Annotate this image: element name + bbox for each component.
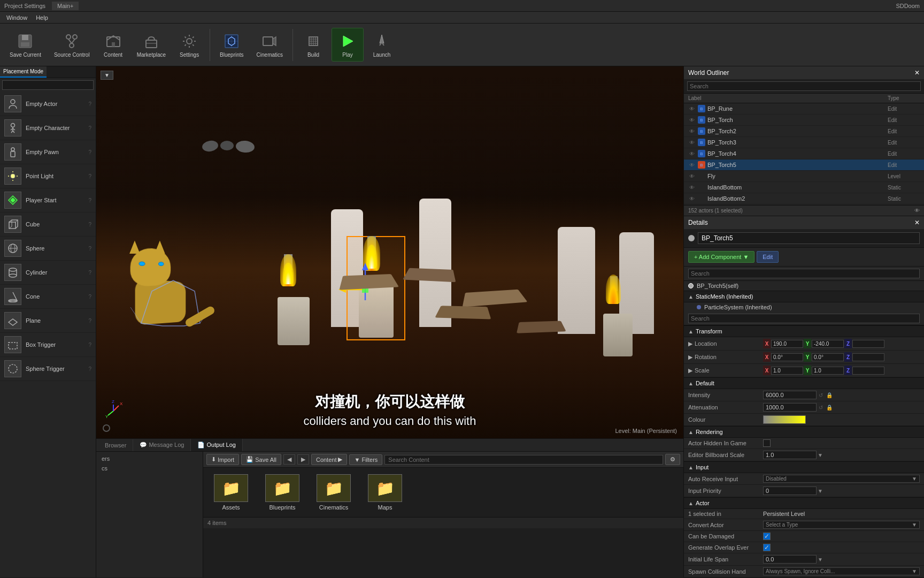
item-type-torch2[interactable]: Edit xyxy=(888,128,920,134)
point-light-info[interactable]: ? xyxy=(88,173,91,179)
visibility-icon-torch4[interactable]: 👁 xyxy=(688,150,696,157)
outliner-search-input[interactable] xyxy=(687,81,921,91)
settings-content-button[interactable]: ⚙ xyxy=(665,454,680,465)
visibility-icon-island-bottom[interactable]: 👁 xyxy=(688,184,696,191)
placement-mode-tab[interactable]: Placement Mode xyxy=(0,66,47,78)
section-transform[interactable]: ▲ Transform xyxy=(684,325,924,337)
section-search-input[interactable] xyxy=(688,314,920,323)
intensity-input[interactable] xyxy=(763,391,817,399)
placement-item-box-trigger[interactable]: Box Trigger ? xyxy=(0,333,96,357)
visibility-icon-torch5[interactable]: 👁 xyxy=(688,161,696,169)
visibility-icon-fly[interactable]: 👁 xyxy=(688,172,696,180)
outliner-close-icon[interactable]: ✕ xyxy=(914,69,920,77)
sphere-trigger-info[interactable]: ? xyxy=(88,366,91,372)
cinematics-button[interactable]: Cinematics xyxy=(251,28,288,61)
outliner-item-fly[interactable]: 👁 Fly Level xyxy=(684,171,924,182)
outliner-item-bp-rune[interactable]: 👁 B BP_Rune Edit xyxy=(684,103,924,115)
billboard-scale-input[interactable] xyxy=(763,451,817,459)
build-button[interactable]: Build xyxy=(297,28,329,61)
section-rendering[interactable]: ▲ Rendering xyxy=(684,426,924,438)
placement-item-empty-character[interactable]: Empty Character ? xyxy=(0,116,96,140)
eye-button[interactable]: 👁 xyxy=(914,208,920,214)
scale-y-input[interactable] xyxy=(812,367,844,375)
content-tree-item-2[interactable]: cs xyxy=(98,463,201,473)
section-static-mesh[interactable]: ▲ StaticMesh (Inherited) xyxy=(684,291,924,302)
outliner-item-bp-torch5[interactable]: 👁 B BP_Torch5 Edit xyxy=(684,159,924,171)
viewport[interactable]: ▼ Level: Main (Persistent) X Y Z xyxy=(96,66,683,438)
content-button[interactable]: Content xyxy=(97,28,129,61)
visibility-icon-torch2[interactable]: 👁 xyxy=(688,127,696,135)
colour-swatch[interactable] xyxy=(763,415,806,424)
generate-overlap-checkbox[interactable]: ✓ xyxy=(763,544,771,551)
placement-item-cylinder[interactable]: Cylinder ? xyxy=(0,261,96,285)
component-particle[interactable]: ParticleSystem (Inherited) xyxy=(684,302,924,312)
location-z-input[interactable] xyxy=(852,340,884,348)
placement-item-empty-actor[interactable]: Empty Actor ? xyxy=(0,92,96,116)
placement-search-input[interactable] xyxy=(2,80,94,90)
nav-fwd-button[interactable]: ▶ xyxy=(297,454,309,465)
folder-maps[interactable]: Maps xyxy=(364,474,406,511)
tab-message-log[interactable]: 💬 Message Log xyxy=(133,439,191,451)
initial-life-input[interactable] xyxy=(763,555,817,564)
save-all-button[interactable]: 💾 Save All xyxy=(241,454,281,465)
scale-z-input[interactable] xyxy=(852,367,884,375)
source-control-button[interactable]: Source Control xyxy=(49,28,95,61)
play-button[interactable]: Play xyxy=(332,28,364,62)
auto-receive-dropdown[interactable]: Disabled ▼ xyxy=(763,475,920,483)
nav-back-button[interactable]: ◀ xyxy=(283,454,295,465)
placement-item-cone[interactable]: Cone ? xyxy=(0,285,96,309)
placement-item-player-start[interactable]: Player Start ? xyxy=(0,188,96,212)
placement-item-sphere[interactable]: Sphere ? xyxy=(0,237,96,261)
rotation-y-input[interactable] xyxy=(812,353,844,361)
outliner-item-bp-torch4[interactable]: 👁 B BP_Torch4 Edit xyxy=(684,148,924,159)
tab-output-log[interactable]: 📄 Output Log xyxy=(191,439,243,451)
tab-name[interactable]: Main+ xyxy=(52,2,79,10)
section-input[interactable]: ▲ Input xyxy=(684,461,924,473)
item-type-torch3[interactable]: Edit xyxy=(888,140,920,146)
location-y-input[interactable] xyxy=(812,340,844,348)
outliner-item-island-bottom2[interactable]: 👁 IslandBottom2 Static xyxy=(684,193,924,204)
player-start-info[interactable]: ? xyxy=(88,197,91,203)
visibility-icon-rune[interactable]: 👁 xyxy=(688,105,696,112)
intensity-lock[interactable]: 🔒 xyxy=(825,392,834,398)
attenuation-input[interactable] xyxy=(763,403,817,412)
outliner-item-bp-torch[interactable]: 👁 B BP_Torch Edit xyxy=(684,115,924,126)
input-priority-input[interactable] xyxy=(763,486,817,495)
rotation-z-input[interactable] xyxy=(852,353,884,361)
selected-actor-name-input[interactable] xyxy=(698,232,920,244)
placement-item-point-light[interactable]: Point Light ? xyxy=(0,164,96,188)
visibility-icon-torch3[interactable]: 👁 xyxy=(688,139,696,146)
placement-item-sphere-trigger[interactable]: Sphere Trigger ? xyxy=(0,357,96,381)
folder-assets[interactable]: Assets xyxy=(210,474,252,511)
outliner-item-bp-torch3[interactable]: 👁 B BP_Torch3 Edit xyxy=(684,137,924,148)
placement-item-empty-pawn[interactable]: Empty Pawn ? xyxy=(0,140,96,164)
empty-pawn-info[interactable]: ? xyxy=(88,149,91,155)
empty-actor-info[interactable]: ? xyxy=(88,101,91,107)
menu-help[interactable]: Help xyxy=(32,14,52,21)
component-self[interactable]: BP_Torch5(self) xyxy=(684,281,924,291)
tab-browser[interactable]: Browser xyxy=(98,439,133,451)
can-be-damaged-checkbox[interactable]: ✓ xyxy=(763,533,771,540)
rotation-x-input[interactable] xyxy=(771,353,803,361)
convert-actor-dropdown[interactable]: Select a Type ▼ xyxy=(763,521,920,529)
scale-x-input[interactable] xyxy=(771,367,803,375)
item-type-torch4[interactable]: Edit xyxy=(888,151,920,157)
item-type-rune[interactable]: Edit xyxy=(888,106,920,112)
item-type-torch5[interactable]: Edit xyxy=(888,162,920,168)
cube-info[interactable]: ? xyxy=(88,222,91,227)
save-current-button[interactable]: Save Current xyxy=(4,28,47,61)
cone-info[interactable]: ? xyxy=(88,294,91,300)
blueprints-button[interactable]: Blueprints xyxy=(214,28,249,61)
add-component-button[interactable]: + Add Component ▼ xyxy=(688,251,754,263)
intensity-reset[interactable]: ↺ xyxy=(818,392,824,398)
folder-blueprints[interactable]: Blueprints xyxy=(261,474,304,511)
box-trigger-info[interactable]: ? xyxy=(88,342,91,348)
plane-info[interactable]: ? xyxy=(88,318,91,324)
actor-hidden-checkbox[interactable] xyxy=(763,439,771,447)
sphere-info[interactable]: ? xyxy=(88,246,91,252)
visibility-icon-island-bottom2[interactable]: 👁 xyxy=(688,195,696,202)
cylinder-info[interactable]: ? xyxy=(88,270,91,276)
content-path-button[interactable]: Content ▶ xyxy=(311,454,348,465)
outliner-item-island-bottom[interactable]: 👁 IslandBottom Static xyxy=(684,182,924,193)
empty-character-info[interactable]: ? xyxy=(88,125,91,131)
